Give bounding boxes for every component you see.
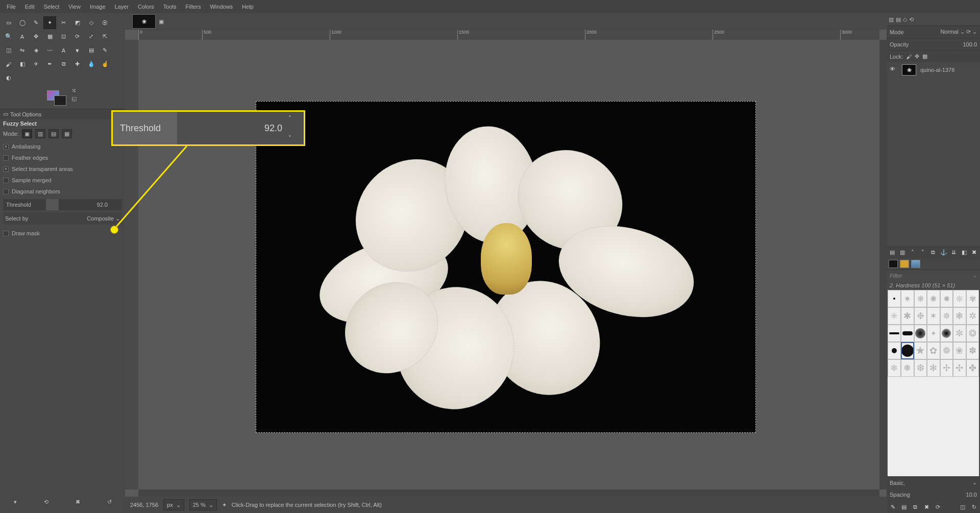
scissors-tool[interactable]: ✂ (57, 16, 70, 29)
menu-select[interactable]: Select (39, 1, 64, 12)
delete-brush-icon[interactable]: ✖ (921, 502, 932, 511)
menu-colors[interactable]: Colors (133, 1, 159, 12)
brush-item[interactable]: ✣ (953, 359, 966, 377)
duplicate-layer-icon[interactable]: ⧉ (928, 248, 938, 257)
cage-tool[interactable]: ◈ (30, 44, 42, 57)
flip-tool[interactable]: ⇋ (16, 44, 29, 57)
brush-filter-row[interactable]: Filter ⌄ (887, 270, 980, 281)
brush-item[interactable]: ❁ (940, 342, 953, 359)
menu-view[interactable]: View (64, 1, 85, 12)
brush-item[interactable]: ❉ (914, 307, 927, 325)
brush-item[interactable]: ✻ (927, 359, 940, 377)
brush-item[interactable]: ❆ (914, 359, 927, 377)
paths-tool[interactable]: ◇ (85, 16, 97, 29)
color-swatch-blue[interactable] (911, 260, 920, 268)
brush-item[interactable]: ✳ (888, 307, 901, 325)
align-tool[interactable]: ▦ (43, 30, 56, 43)
channels-tab-icon[interactable]: ▤ (896, 16, 901, 23)
new-layer-icon[interactable]: ▤ (888, 248, 897, 257)
layers-tab-icon[interactable]: ▥ (889, 16, 894, 23)
brush-item[interactable] (888, 290, 901, 307)
brush-item[interactable]: ❅ (901, 359, 914, 377)
menu-help[interactable]: Help (237, 1, 258, 12)
clone-tool[interactable]: ⧉ (57, 58, 70, 70)
mask-icon[interactable]: ◧ (960, 248, 969, 257)
menu-windows[interactable]: Windows (205, 1, 237, 12)
background-color-swatch[interactable] (54, 95, 66, 106)
free-select-tool[interactable]: ✎ (30, 16, 42, 29)
spinner-up-icon[interactable]: ˄ (288, 115, 301, 121)
brush-item[interactable]: ✦ (927, 325, 940, 342)
menu-edit[interactable]: Edit (20, 1, 39, 12)
restore-preset-icon[interactable]: ⟲ (44, 499, 48, 505)
canvas-viewport[interactable] (138, 40, 879, 490)
vertical-scrollbar[interactable] (879, 40, 887, 490)
foreground-select-tool[interactable]: ◩ (71, 16, 84, 29)
brush-item[interactable]: ✹ (940, 290, 953, 307)
brush-item[interactable]: ❄ (888, 359, 901, 377)
new-group-icon[interactable]: ▥ (898, 248, 907, 257)
menu-tools[interactable]: Tools (159, 1, 181, 12)
merge-down-icon[interactable]: ⇊ (949, 248, 959, 257)
menu-filters[interactable]: Filters (181, 1, 206, 12)
refresh-brush-icon[interactable]: ⟳ (933, 502, 943, 511)
brush-item[interactable] (888, 325, 901, 342)
color-swatch-black[interactable] (889, 260, 898, 268)
brush-item[interactable]: ★ (914, 342, 927, 359)
lock-pixels-icon[interactable]: 🖌 (906, 54, 912, 60)
perspective-tool[interactable]: ◫ (2, 44, 15, 57)
measure-tool[interactable]: A (16, 30, 29, 43)
pencil-tool[interactable]: ✎ (99, 44, 111, 57)
close-tab-icon[interactable]: ▣ (158, 18, 165, 25)
layer-mode-dropdown[interactable]: Normal ⌄ ⟳ ⌄ (907, 29, 977, 35)
text-tool[interactable]: A (57, 44, 70, 57)
brush-item[interactable]: ❊ (953, 290, 966, 307)
brush-item[interactable]: ✵ (940, 307, 953, 325)
brush-item[interactable]: ❋ (914, 290, 927, 307)
layer-opacity-row[interactable]: Opacity 100.0 (887, 38, 980, 50)
undo-history-tab-icon[interactable]: ⟲ (909, 16, 914, 23)
crop-tool[interactable]: ⊡ (57, 30, 70, 43)
spinner-down-icon[interactable]: ˅ (288, 135, 301, 141)
menu-file[interactable]: File (2, 1, 20, 12)
brush-item[interactable]: ✲ (966, 307, 979, 325)
brush-item[interactable]: ✢ (940, 359, 953, 377)
brush-item-selected[interactable] (901, 342, 914, 359)
ink-tool[interactable]: ✒ (43, 58, 56, 70)
lower-layer-icon[interactable]: ˅ (918, 248, 927, 257)
brush-item[interactable]: ❂ (966, 325, 979, 342)
bucket-fill-tool[interactable]: ▼ (71, 44, 84, 57)
delete-layer-icon[interactable]: ✖ (970, 248, 979, 257)
menu-layer[interactable]: Layer (110, 1, 134, 12)
color-swatch-gold[interactable] (900, 260, 909, 268)
default-colors-icon[interactable]: ◱ (71, 95, 77, 101)
brush-item[interactable] (914, 325, 927, 342)
shear-tool[interactable]: ⇱ (99, 30, 111, 43)
color-picker-tool[interactable]: ⦿ (99, 16, 111, 29)
new-brush-icon[interactable]: ▤ (899, 502, 909, 511)
brush-item[interactable]: ✺ (927, 290, 940, 307)
ellipse-select-tool[interactable]: ◯ (16, 16, 29, 29)
raise-layer-icon[interactable]: ˄ (908, 248, 917, 257)
brush-item[interactable]: ✿ (927, 342, 940, 359)
feather-edges-option[interactable]: Feather edges (3, 152, 122, 163)
anchor-layer-icon[interactable]: ⚓ (939, 248, 948, 257)
mode-replace-icon[interactable]: ▣ (22, 129, 32, 138)
horizontal-scrollbar[interactable] (138, 490, 879, 497)
menu-image[interactable]: Image (85, 1, 110, 12)
heal-tool[interactable]: ✚ (71, 58, 84, 70)
zoom-dropdown[interactable]: 25 % ⌄ (189, 499, 217, 510)
mode-add-icon[interactable]: ▥ (35, 129, 45, 138)
threshold-slider[interactable]: Threshold 92.0 (3, 199, 122, 210)
brush-item[interactable] (940, 325, 953, 342)
brush-item[interactable]: ✱ (901, 307, 914, 325)
antialiasing-option[interactable]: × Antialiasing (3, 141, 122, 152)
save-preset-icon[interactable]: ▾ (14, 499, 17, 505)
delete-preset-icon[interactable]: ✖ (76, 499, 80, 505)
unit-dropdown[interactable]: px ⌄ (163, 499, 184, 510)
mode-subtract-icon[interactable]: ▤ (48, 129, 59, 138)
brush-item[interactable]: ✤ (966, 359, 979, 377)
brush-item[interactable]: ❀ (953, 342, 966, 359)
airbrush-tool[interactable]: ✈ (30, 58, 42, 70)
draw-mask-option[interactable]: Draw mask (3, 228, 122, 239)
